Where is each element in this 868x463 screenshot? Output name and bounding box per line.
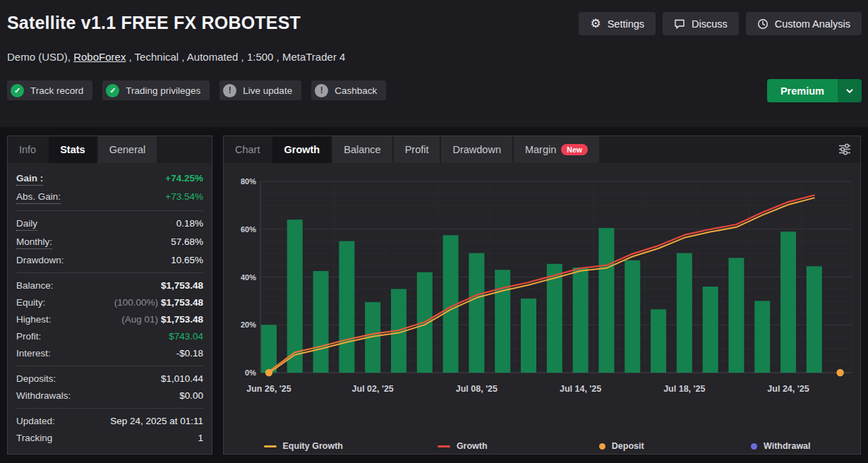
stats-tab-info[interactable]: Info [8, 136, 47, 163]
stat-row-highest: Highest:(Aug 01)$1,753.48 [16, 311, 203, 327]
clock-icon [757, 18, 768, 30]
bar-jul-24 [780, 232, 796, 373]
settings-label: Settings [608, 18, 644, 30]
bar-jul-18 [677, 253, 692, 373]
legend-item-deposit[interactable]: Deposit [542, 441, 701, 451]
stat-value-prefix: (100.00%) [114, 297, 158, 308]
stat-row-gain: Gain :+74.25% [16, 169, 203, 188]
stat-value: $0.00 [179, 390, 203, 402]
chart-tab-balance[interactable]: Balance [332, 136, 392, 163]
tab-label: Margin [525, 136, 556, 163]
bar-jul-16 [625, 260, 640, 373]
stat-value-prefix: (Aug 01) [121, 314, 158, 325]
stat-row-withdrawals: Withdrawals:$0.00 [16, 387, 203, 404]
legend-dot-swatch [751, 443, 757, 450]
svg-text:Jun 26, '25: Jun 26, '25 [246, 384, 291, 394]
tab-label: Info [19, 136, 36, 163]
chart-tab-drawdown[interactable]: Drawdown [441, 136, 512, 163]
bar-jul-21 [703, 287, 718, 373]
stat-label: Profit: [16, 330, 41, 342]
chart-tabbar: ChartGrowthBalanceProfitDrawdownMarginNe… [224, 136, 860, 163]
stat-label: Equity: [16, 296, 45, 308]
stat-label: Drawdown: [16, 254, 64, 266]
stat-row-updated: Updated:Sep 24, 2025 at 01:11 [16, 412, 203, 429]
stats-group: Balance:$1,753.48Equity:(100.00%)$1,753.… [16, 272, 203, 366]
subtitle-suffix: , Technical , Automated , 1:500 , MetaTr… [126, 51, 345, 63]
tab-label: Balance [344, 136, 380, 163]
stats-group: Updated:Sep 24, 2025 at 01:11Tracking1 [16, 408, 203, 450]
badge-track-record[interactable]: ✓Track record [7, 80, 92, 100]
stats-group: Gain :+74.25%Abs. Gain:+73.54% [16, 166, 203, 210]
stat-row-equity: Equity:(100.00%)$1,753.48 [16, 294, 203, 311]
stat-row-daily: Daily0.18% [16, 215, 203, 233]
svg-text:60%: 60% [241, 225, 256, 234]
chart-tab-margin[interactable]: MarginNew [514, 136, 599, 163]
stats-tab-general[interactable]: General [98, 136, 157, 163]
stat-value: Sep 24, 2025 at 01:11 [110, 415, 203, 427]
legend-item-growth[interactable]: Growth [383, 441, 543, 451]
stat-value: (Aug 01)$1,753.48 [121, 313, 203, 325]
svg-text:Jul 02, '25: Jul 02, '25 [352, 384, 394, 394]
stat-label: Updated: [16, 415, 55, 427]
custom-analysis-button[interactable]: Custom Analysis [746, 12, 862, 35]
chart-body: 0%20%40%60%80%Jun 26, '25Jul 02, '25Jul … [224, 172, 860, 462]
stat-label: Daily [16, 217, 37, 231]
premium-button[interactable]: Premium [767, 79, 862, 102]
tab-label: Chart [235, 136, 260, 163]
stat-value: +73.54% [165, 191, 203, 203]
legend-item-equity-growth[interactable]: Equity Growth [224, 441, 383, 451]
settings-button[interactable]: ⚙Settings [579, 12, 656, 35]
exclamation-circle-icon: ! [315, 84, 328, 97]
legend-line-swatch [264, 445, 277, 447]
bar-jul-17 [651, 309, 666, 373]
badge-trading-privileges[interactable]: ✓Trading privileges [102, 80, 210, 100]
legend-item-withdrawal[interactable]: Withdrawal [701, 441, 861, 451]
chart-panel: ChartGrowthBalanceProfitDrawdownMarginNe… [223, 136, 861, 455]
new-badge: New [561, 144, 588, 156]
badge-cashback[interactable]: !Cashback [311, 80, 386, 100]
stat-value: -$0.18 [176, 347, 203, 359]
premium-label[interactable]: Premium [767, 79, 838, 102]
stats-tab-stats[interactable]: Stats [49, 136, 96, 163]
stat-row-deposits: Deposits:$1,010.44 [16, 370, 203, 387]
bar-jun-30 [313, 271, 329, 373]
stat-label: Tracking [16, 432, 52, 444]
chevron-down-icon[interactable] [838, 79, 862, 102]
badge-live-update[interactable]: !Live update [219, 80, 301, 100]
tab-label: Drawdown [452, 136, 501, 163]
growth-chart[interactable]: 0%20%40%60%80%Jun 26, '25Jul 02, '25Jul … [232, 172, 853, 404]
stat-row-drawdown: Drawdown:10.65% [16, 251, 203, 268]
bar-jul-15 [598, 228, 614, 373]
stat-label: Deposits: [16, 373, 56, 385]
stat-row-balance: Balance:$1,753.48 [16, 277, 203, 294]
deposit-marker [265, 369, 272, 376]
svg-text:Jul 14, '25: Jul 14, '25 [560, 384, 601, 394]
stats-group: Deposits:$1,010.44Withdrawals:$0.00 [16, 366, 203, 408]
chart-tab-chart[interactable]: Chart [224, 136, 271, 163]
stats-body: Gain :+74.25%Abs. Gain:+73.54%Daily0.18%… [8, 163, 212, 450]
stat-value: 0.18% [176, 217, 203, 229]
stat-label: Abs. Gain: [16, 191, 61, 204]
badge-label: Track record [30, 85, 83, 96]
chart-settings-icon[interactable] [838, 143, 852, 156]
discuss-button[interactable]: Discuss [663, 12, 739, 35]
chart-tab-profit[interactable]: Profit [394, 136, 440, 163]
stat-value: $1,010.44 [161, 373, 203, 385]
gear-icon: ⚙ [590, 18, 601, 30]
stat-value: 1 [198, 432, 203, 444]
stat-label: Highest: [16, 313, 52, 325]
exclamation-circle-icon: ! [223, 84, 236, 97]
chart-tab-growth[interactable]: Growth [272, 136, 331, 163]
svg-text:80%: 80% [241, 177, 256, 186]
bar-jul-08 [469, 253, 484, 373]
account-subtitle: Demo (USD), RoboForex , Technical , Auto… [7, 51, 345, 63]
svg-text:40%: 40% [241, 273, 256, 282]
stat-row-profit: Profit:$743.04 [16, 327, 203, 344]
tab-label: Stats [60, 136, 85, 163]
tab-label: Growth [284, 136, 320, 163]
bar-jun-27 [287, 220, 303, 373]
broker-link[interactable]: RoboForex [73, 51, 126, 63]
legend-dot-swatch [599, 443, 605, 450]
stat-value: $1,753.48 [161, 279, 203, 291]
stat-value: 10.65% [171, 254, 203, 266]
